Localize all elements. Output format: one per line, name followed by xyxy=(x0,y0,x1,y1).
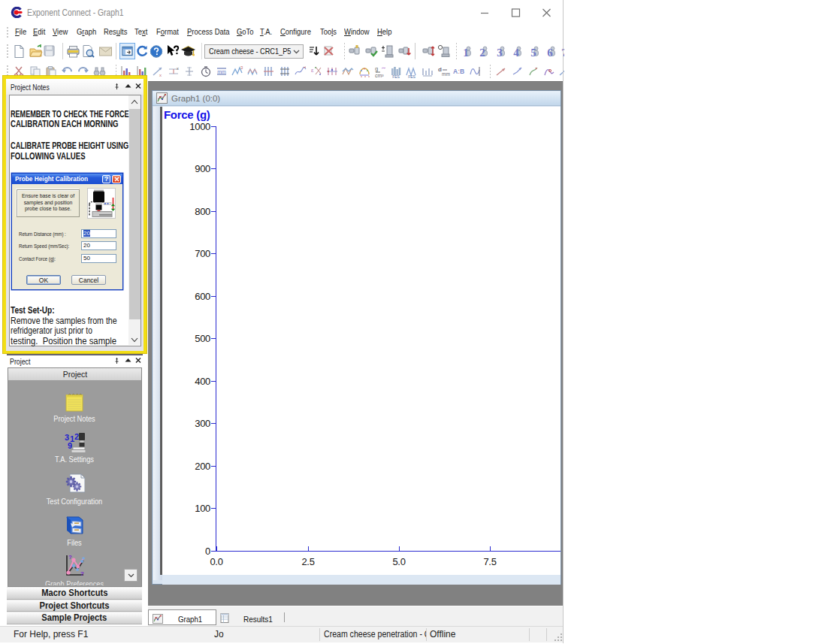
svg-text:2: 2 xyxy=(74,432,79,441)
svg-text:A: A xyxy=(453,68,458,75)
svg-text:B: B xyxy=(460,68,464,75)
svg-text:ε: ε xyxy=(311,67,314,74)
svg-text:FES: FES xyxy=(392,74,400,79)
svg-text:mm³: mm³ xyxy=(442,71,450,77)
svg-text:?: ? xyxy=(80,570,84,577)
svg-text:4: 4 xyxy=(513,47,519,59)
svg-text:5: 5 xyxy=(530,47,536,59)
svg-text:3: 3 xyxy=(240,65,243,70)
svg-text:g: g xyxy=(375,65,378,72)
svg-text:x: x xyxy=(177,66,179,71)
svg-text:3: 3 xyxy=(497,47,503,59)
svg-text:2: 2 xyxy=(479,47,485,59)
svg-text:mm: mm xyxy=(217,69,226,74)
svg-text:9: 9 xyxy=(68,441,72,450)
svg-text:FES: FES xyxy=(408,74,415,79)
svg-text:?: ? xyxy=(68,555,72,561)
svg-text:cm³: cm³ xyxy=(375,73,384,78)
svg-text:1: 1 xyxy=(463,47,469,59)
svg-text:x: x xyxy=(159,73,162,77)
svg-text:6: 6 xyxy=(547,47,553,59)
